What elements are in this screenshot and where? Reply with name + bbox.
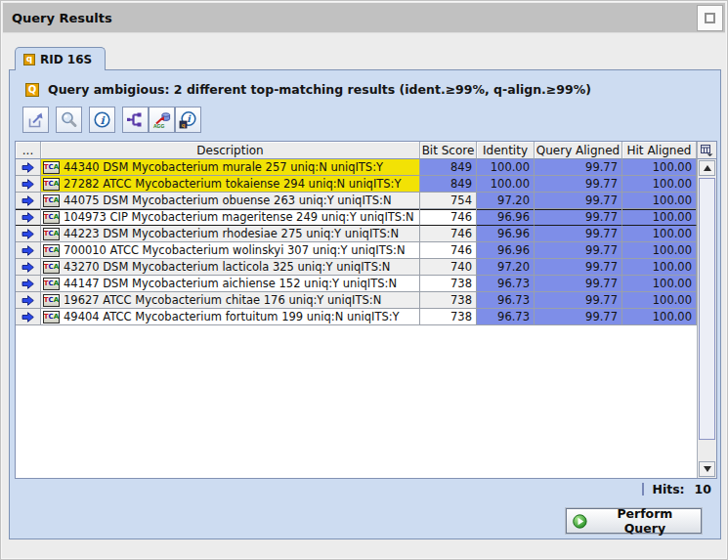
results-table: ... Description Bit Score Identity Query… [15, 141, 717, 479]
table-row[interactable]: TCA700010 ATCC Mycobacterium wolinskyi 3… [16, 242, 697, 259]
goto-arrow-icon [21, 312, 34, 323]
tab-rid-16s[interactable]: q RID 16S [15, 47, 106, 70]
description-cell: TCA44147 DSM Mycobacterium aichiense 152… [41, 276, 420, 292]
warning-text: Query ambigious: 2 different top-matchin… [48, 82, 591, 97]
goto-arrow-cell[interactable] [16, 226, 41, 242]
query-info-icon: i q [179, 110, 197, 129]
column-header-identity[interactable]: Identity [477, 142, 535, 159]
bit-score-cell: 738 [420, 309, 477, 325]
bit-score-cell: 849 [420, 159, 477, 176]
goto-arrow-icon [21, 195, 34, 206]
description-text: 44147 DSM Mycobacterium aichiense 152 un… [64, 277, 397, 290]
column-header-query-aligned[interactable]: Query Aligned [535, 142, 622, 159]
goto-arrow-icon [21, 162, 34, 173]
hit-aligned-cell: 100.00 [622, 276, 697, 292]
table-row[interactable]: TCA27282 ATCC Mycobacterium tokaiense 29… [16, 176, 697, 193]
table-row[interactable]: TCA19627 ATCC Mycobacterium chitae 176 u… [16, 292, 697, 309]
column-header-hit-aligned[interactable]: Hit Aligned [622, 142, 697, 159]
vertical-scrollbar[interactable] [697, 159, 716, 478]
tree-button[interactable] [122, 107, 149, 133]
hit-aligned-cell: 100.00 [622, 309, 697, 325]
query-info-button[interactable]: i q [175, 107, 201, 133]
tca-sequence-icon: TCA [43, 244, 60, 257]
description-cell: TCA49404 ATCC Mycobacterium fortuitum 19… [41, 309, 420, 325]
goto-arrow-cell[interactable] [16, 242, 41, 259]
goto-arrow-icon [21, 229, 34, 239]
query-aligned-cell: 99.77 [535, 209, 622, 226]
scroll-down-icon [704, 466, 711, 472]
goto-arrow-cell[interactable] [16, 159, 41, 176]
hits-value: 10 [695, 482, 711, 496]
tca-sequence-icon: TCA [43, 311, 60, 323]
table-row[interactable]: TCA49404 ATCC Mycobacterium fortuitum 19… [16, 309, 697, 325]
hit-aligned-cell: 100.00 [622, 226, 697, 242]
scrollbar-thumb[interactable] [699, 178, 715, 440]
table-row[interactable]: TCA44147 DSM Mycobacterium aichiense 152… [16, 276, 697, 292]
scroll-down-button[interactable] [699, 461, 715, 477]
hit-aligned-cell: 100.00 [622, 259, 697, 276]
query-aligned-cell: 99.77 [535, 242, 622, 259]
search-icon [60, 110, 78, 129]
description-cell: TCA700010 ATCC Mycobacterium wolinskyi 3… [41, 242, 420, 259]
description-cell: TCA104973 CIP Mycobacterium mageritense … [41, 209, 420, 226]
goto-arrow-cell[interactable] [16, 193, 41, 209]
table-row[interactable]: TCA44075 DSM Mycobacterium obuense 263 u… [16, 193, 697, 209]
hit-aligned-cell: 100.00 [622, 176, 697, 193]
identity-cell: 100.00 [477, 159, 535, 176]
bit-score-cell: 738 [420, 292, 477, 309]
goto-arrow-cell[interactable] [16, 309, 41, 325]
bit-score-cell: 754 [420, 193, 477, 209]
column-config-button[interactable] [697, 142, 716, 159]
table-row[interactable]: TCA44223 DSM Mycobacterium rhodesiae 275… [16, 226, 697, 242]
export-button[interactable] [22, 107, 49, 133]
hit-aligned-cell: 100.00 [622, 209, 697, 226]
toolbar: i AGG [22, 107, 201, 133]
query-aligned-cell: 99.77 [535, 176, 622, 193]
perform-query-button[interactable]: Perform Query [566, 508, 702, 534]
table-header-row: ... Description Bit Score Identity Query… [16, 142, 697, 159]
table-row[interactable]: TCA43270 DSM Mycobacterium lacticola 325… [16, 259, 697, 276]
hit-aligned-cell: 100.00 [622, 159, 697, 176]
description-text: 44075 DSM Mycobacterium obuense 263 uniq… [64, 194, 392, 207]
goto-arrow-icon [21, 179, 34, 190]
description-cell: TCA43270 DSM Mycobacterium lacticola 325… [41, 259, 420, 276]
table-row[interactable]: TCA44340 DSM Mycobacterium murale 257 un… [16, 159, 697, 176]
maximize-button[interactable] [697, 5, 723, 31]
info-button[interactable]: i [89, 107, 115, 133]
goto-arrow-icon [21, 279, 34, 289]
goto-arrow-cell[interactable] [16, 176, 41, 193]
tab-label: RID 16S [40, 53, 92, 66]
export-icon [26, 110, 45, 129]
description-text: 104973 CIP Mycobacterium mageritense 249… [64, 210, 414, 224]
tree-icon [126, 110, 145, 129]
status-separator [642, 483, 644, 495]
query-warning-icon: Q [25, 83, 39, 97]
hit-aligned-cell: 100.00 [622, 242, 697, 259]
aggregate-database-button[interactable]: AGG [149, 107, 175, 133]
column-header-dots[interactable]: ... [16, 142, 41, 159]
database-arrow-icon: AGG [152, 110, 171, 129]
identity-cell: 96.96 [477, 242, 535, 259]
window-titlebar[interactable]: Query Results [3, 3, 725, 33]
description-text: 19627 ATCC Mycobacterium chitae 176 uniq… [64, 293, 381, 307]
column-header-bit-score[interactable]: Bit Score [420, 142, 477, 159]
goto-arrow-cell[interactable] [16, 292, 41, 309]
table-row[interactable]: TCA104973 CIP Mycobacterium mageritense … [16, 209, 697, 226]
query-aligned-cell: 99.77 [535, 276, 622, 292]
bit-score-cell: 746 [420, 226, 477, 242]
scroll-up-button[interactable] [699, 160, 715, 176]
goto-arrow-cell[interactable] [16, 259, 41, 276]
query-aligned-cell: 99.77 [535, 292, 622, 309]
hit-aligned-cell: 100.00 [622, 292, 697, 309]
identity-cell: 97.20 [477, 193, 535, 209]
goto-arrow-cell[interactable] [16, 209, 41, 226]
query-tab-icon: q [23, 54, 35, 65]
goto-arrow-cell[interactable] [16, 276, 41, 292]
column-header-description[interactable]: Description [41, 142, 420, 159]
bit-score-cell: 738 [420, 276, 477, 292]
identity-cell: 96.96 [477, 209, 535, 226]
scroll-up-icon [704, 165, 711, 171]
goto-arrow-icon [21, 295, 34, 306]
results-body: TCA44340 DSM Mycobacterium murale 257 un… [16, 159, 697, 325]
search-button[interactable] [56, 107, 82, 133]
